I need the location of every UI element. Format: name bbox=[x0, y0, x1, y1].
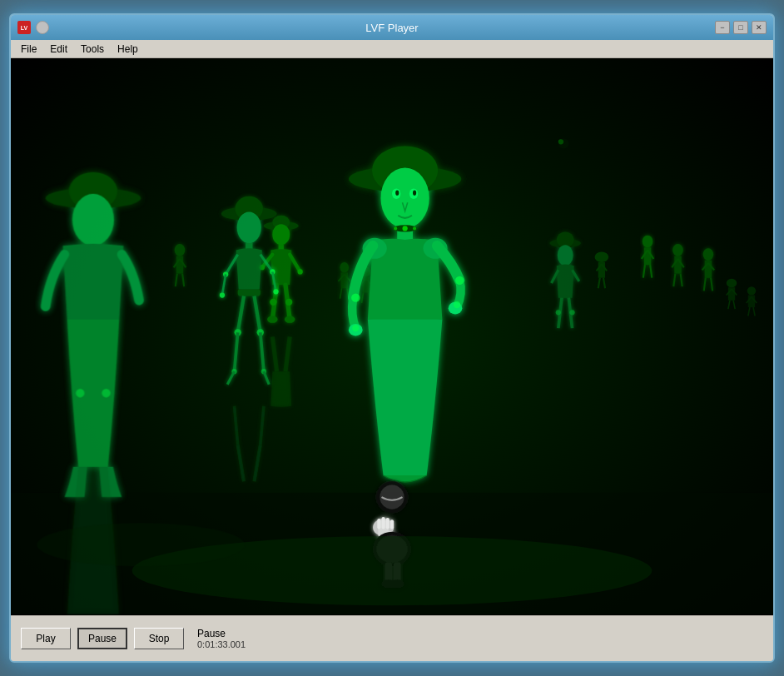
window-title: LVF Player bbox=[365, 22, 418, 34]
svg-point-72 bbox=[352, 325, 359, 331]
scene-background bbox=[11, 58, 773, 615]
svg-point-8 bbox=[672, 244, 682, 256]
svg-point-48 bbox=[267, 316, 277, 323]
svg-point-26 bbox=[340, 262, 349, 272]
svg-rect-128 bbox=[390, 519, 394, 529]
menu-edit[interactable]: Edit bbox=[43, 42, 74, 57]
svg-point-89 bbox=[220, 292, 225, 297]
svg-point-59 bbox=[395, 191, 399, 196]
svg-point-148 bbox=[37, 523, 245, 566]
svg-point-63 bbox=[402, 226, 407, 231]
menu-file[interactable]: File bbox=[14, 42, 43, 57]
scene-svg bbox=[11, 58, 773, 615]
svg-point-70 bbox=[351, 293, 360, 301]
svg-point-2 bbox=[643, 236, 653, 248]
main-window: LV LVF Player − □ ✕ File Edit Tools Help bbox=[9, 13, 775, 663]
svg-point-81 bbox=[237, 212, 261, 243]
svg-point-64 bbox=[394, 226, 397, 230]
svg-point-90 bbox=[273, 289, 278, 294]
svg-point-122 bbox=[380, 485, 404, 509]
status-timestamp: 0:01:33.001 bbox=[197, 639, 246, 649]
svg-point-115 bbox=[595, 251, 609, 261]
svg-point-73 bbox=[454, 301, 460, 308]
restore-button[interactable]: □ bbox=[733, 21, 748, 34]
title-bar: LV LVF Player − □ ✕ bbox=[11, 15, 773, 40]
svg-point-76 bbox=[72, 194, 114, 246]
menu-bar: File Edit Tools Help bbox=[11, 40, 773, 58]
status-info: Pause 0:01:33.001 bbox=[197, 628, 246, 649]
svg-point-71 bbox=[455, 276, 464, 285]
svg-rect-126 bbox=[382, 517, 385, 529]
menu-tools[interactable]: Tools bbox=[74, 42, 111, 57]
svg-point-114 bbox=[569, 310, 574, 315]
svg-point-45 bbox=[298, 269, 303, 274]
svg-point-50 bbox=[270, 299, 276, 306]
svg-rect-15 bbox=[705, 261, 712, 278]
svg-point-113 bbox=[556, 310, 561, 315]
play-button[interactable]: Play bbox=[21, 628, 71, 649]
svg-point-150 bbox=[558, 138, 568, 148]
close-button[interactable]: ✕ bbox=[752, 21, 767, 34]
svg-point-60 bbox=[413, 191, 416, 196]
svg-point-135 bbox=[727, 279, 737, 287]
pause-button[interactable]: Pause bbox=[77, 628, 127, 649]
svg-point-40 bbox=[272, 224, 290, 245]
svg-rect-125 bbox=[377, 519, 380, 529]
menu-help[interactable]: Help bbox=[111, 42, 145, 57]
svg-rect-127 bbox=[386, 518, 390, 529]
svg-point-14 bbox=[703, 248, 713, 261]
video-area bbox=[11, 58, 773, 615]
controls-bar: Play Pause Stop Pause 0:01:33.001 bbox=[11, 615, 773, 661]
svg-rect-91 bbox=[238, 289, 261, 296]
status-label: Pause bbox=[197, 628, 246, 639]
svg-point-141 bbox=[747, 286, 756, 295]
svg-point-49 bbox=[285, 316, 295, 323]
svg-point-108 bbox=[558, 245, 573, 266]
minimize-button[interactable]: − bbox=[715, 21, 730, 34]
stop-button[interactable]: Stop bbox=[134, 628, 184, 649]
svg-point-20 bbox=[175, 244, 185, 256]
title-minimize-dot bbox=[36, 21, 49, 34]
svg-point-51 bbox=[285, 299, 292, 306]
svg-point-77 bbox=[76, 389, 84, 397]
svg-point-65 bbox=[413, 226, 416, 230]
svg-point-78 bbox=[102, 389, 110, 397]
svg-point-56 bbox=[380, 168, 429, 229]
title-bar-controls: − □ ✕ bbox=[715, 21, 767, 34]
title-bar-left: LV bbox=[17, 21, 49, 34]
app-icon: LV bbox=[17, 21, 31, 34]
